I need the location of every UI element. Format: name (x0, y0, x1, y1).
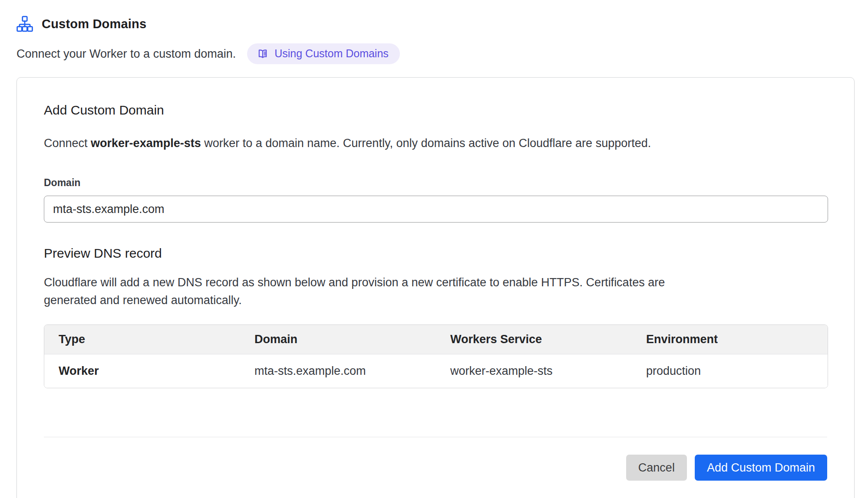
page-subtitle-row: Connect your Worker to a custom domain. … (17, 43, 855, 64)
sitemap-icon (17, 16, 33, 32)
col-header-environment: Environment (632, 325, 828, 354)
docs-link-badge[interactable]: Using Custom Domains (247, 43, 400, 64)
add-custom-domain-button[interactable]: Add Custom Domain (695, 455, 827, 481)
custom-domains-page: Custom Domains Connect your Worker to a … (0, 0, 868, 498)
col-header-domain: Domain (240, 325, 436, 354)
intro-prefix: Connect (44, 137, 91, 150)
dns-preview-table: Type Domain Workers Service Environment … (44, 324, 828, 388)
preview-dns-heading: Preview DNS record (44, 246, 827, 261)
cell-domain: mta-sts.example.com (240, 354, 436, 388)
cell-workers-service: worker-example-sts (436, 354, 632, 388)
cancel-button[interactable]: Cancel (626, 455, 687, 481)
footer-actions: Cancel Add Custom Domain (44, 455, 827, 481)
footer-divider (44, 437, 827, 437)
col-header-type: Type (44, 325, 240, 354)
domain-input[interactable] (44, 196, 828, 223)
card-heading: Add Custom Domain (44, 103, 827, 118)
table-row: Worker mta-sts.example.com worker-exampl… (44, 354, 828, 388)
worker-name: worker-example-sts (91, 137, 201, 150)
preview-dns-description: Cloudflare will add a new DNS record as … (44, 274, 678, 309)
page-header: Custom Domains (17, 16, 855, 32)
cell-environment: production (632, 354, 828, 388)
page-title: Custom Domains (42, 17, 146, 31)
page-subtitle: Connect your Worker to a custom domain. (17, 47, 236, 61)
docs-link-label: Using Custom Domains (274, 47, 389, 60)
intro-suffix: worker to a domain name. Currently, only… (201, 137, 651, 150)
add-custom-domain-card: Add Custom Domain Connect worker-example… (17, 77, 855, 498)
intro-text: Connect worker-example-sts worker to a d… (44, 135, 827, 152)
col-header-workers-service: Workers Service (436, 325, 632, 354)
domain-label: Domain (44, 177, 827, 189)
open-book-icon (257, 48, 269, 60)
table-header-row: Type Domain Workers Service Environment (44, 325, 828, 354)
cell-type: Worker (44, 354, 240, 388)
